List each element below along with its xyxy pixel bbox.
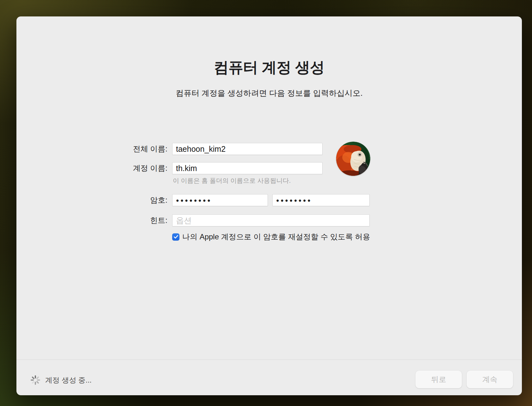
password-verify-input[interactable]: [272, 194, 370, 206]
allow-apple-reset-label: 나의 Apple 계정으로 이 암호를 재설정할 수 있도록 허용: [182, 232, 370, 242]
hint-label: 힌트:: [92, 214, 167, 226]
account-name-label: 계정 이름:: [92, 162, 167, 174]
allow-apple-reset-checkbox[interactable]: [172, 233, 179, 241]
status-text: 계정 생성 중...: [45, 375, 92, 385]
account-avatar[interactable]: [336, 142, 370, 176]
status-row: 계정 생성 중...: [30, 374, 92, 386]
password-label: 암호:: [92, 194, 167, 206]
account-name-help-text: 이 이름은 홈 폴더의 이름으로 사용됩니다.: [173, 176, 291, 185]
full-name-input[interactable]: [172, 143, 323, 155]
footer-divider: [16, 360, 522, 360]
hint-input[interactable]: [172, 214, 370, 226]
account-name-input[interactable]: [172, 162, 323, 174]
password-input[interactable]: [172, 194, 268, 206]
page-title: 컴퓨터 계정 생성: [16, 58, 522, 77]
page-subtitle: 컴퓨터 계정을 생성하려면 다음 정보를 입력하십시오.: [16, 88, 522, 98]
back-button[interactable]: 뒤로: [415, 371, 462, 388]
continue-button[interactable]: 계속: [467, 371, 513, 388]
progress-spinner-icon: [30, 375, 41, 385]
parrot-avatar-image: [336, 142, 370, 176]
full-name-label: 전체 이름:: [92, 143, 167, 155]
allow-apple-reset-row: 나의 Apple 계정으로 이 암호를 재설정할 수 있도록 허용: [172, 233, 370, 241]
setup-assistant-window: 컴퓨터 계정 생성 컴퓨터 계정을 생성하려면 다음 정보를 입력하십시오. 전…: [16, 16, 522, 395]
checkmark-icon: [174, 235, 178, 239]
